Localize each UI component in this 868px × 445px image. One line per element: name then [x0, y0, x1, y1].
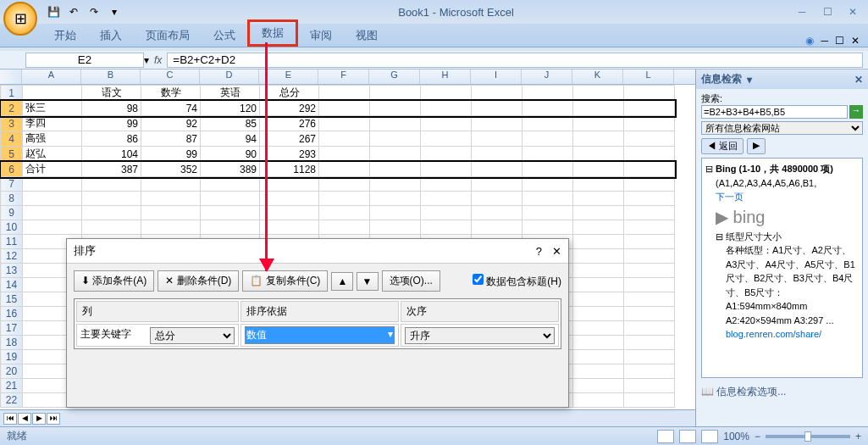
next-sheet-button[interactable]: ▶ [32, 413, 46, 425]
col-header-k[interactable]: K [572, 70, 623, 84]
save-icon[interactable]: 💾 [46, 4, 61, 19]
row-header[interactable]: 2 [1, 101, 23, 116]
maximize-button[interactable]: ☐ [815, 3, 839, 20]
dialog-close-icon[interactable]: ✕ [552, 245, 561, 258]
col-header-i[interactable]: I [471, 70, 522, 84]
cell[interactable]: 293 [260, 147, 319, 162]
row-header[interactable]: 3 [1, 116, 23, 131]
tab-view[interactable]: 视图 [344, 25, 390, 47]
col-header-b[interactable]: B [81, 70, 141, 84]
move-up-button[interactable]: ▲ [331, 272, 353, 291]
cell[interactable]: 87 [141, 131, 201, 147]
sort-column-select[interactable]: 总分 [150, 327, 235, 344]
qat-dropdown-icon[interactable]: ▾ [107, 4, 122, 19]
zoom-slider[interactable] [766, 435, 850, 438]
cell[interactable]: 赵弘 [23, 147, 82, 162]
redo-icon[interactable]: ↷ [86, 4, 102, 19]
first-sheet-button[interactable]: ⏮ [3, 413, 17, 425]
pane-close-icon[interactable]: ✕ [854, 74, 863, 86]
doc-close-icon[interactable]: ✕ [851, 35, 860, 47]
forward-button[interactable]: ▶ [747, 138, 766, 154]
help-icon[interactable]: ◉ [805, 35, 814, 47]
zoom-in-button[interactable]: + [855, 431, 861, 442]
cell[interactable]: 74 [141, 101, 201, 116]
cell[interactable]: 数学 [141, 86, 201, 101]
tab-page-layout[interactable]: 页面布局 [134, 25, 202, 47]
fx-icon[interactable]: fx [154, 54, 162, 66]
doc-minimize-icon[interactable]: ─ [821, 35, 828, 47]
active-cell[interactable]: 292 [260, 101, 319, 116]
col-header-c[interactable]: C [141, 70, 200, 84]
cell[interactable]: 120 [201, 101, 260, 116]
cell[interactable]: 387 [82, 162, 141, 177]
row-header[interactable]: 5 [1, 147, 23, 162]
search-scope-select[interactable]: 所有信息检索网站 [701, 121, 863, 135]
col-header-l[interactable]: L [623, 70, 674, 84]
cell[interactable]: 352 [141, 162, 201, 177]
cell[interactable]: 98 [82, 101, 141, 116]
cell[interactable]: 1128 [260, 162, 319, 177]
col-header-d[interactable]: D [200, 70, 259, 84]
sort-order-select[interactable]: 升序 [405, 327, 555, 344]
undo-icon[interactable]: ↶ [66, 4, 81, 19]
sort-on-select[interactable]: 数值 ▾ [245, 326, 395, 344]
close-button[interactable]: ✕ [841, 3, 865, 20]
cell[interactable]: 语文 [82, 86, 141, 101]
delete-level-button[interactable]: ✕ 删除条件(D) [158, 270, 239, 292]
office-button[interactable]: ⊞ [3, 2, 37, 36]
cell[interactable]: 94 [201, 131, 260, 147]
col-header-g[interactable]: G [369, 70, 420, 84]
pane-dropdown-icon[interactable]: ▾ [747, 74, 752, 86]
formula-input[interactable] [167, 53, 863, 68]
tab-review[interactable]: 审阅 [298, 25, 344, 47]
last-sheet-button[interactable]: ⏭ [47, 413, 60, 425]
view-pagebreak-button[interactable] [701, 430, 718, 443]
view-normal-button[interactable] [657, 430, 674, 443]
research-options-link[interactable]: 信息检索选项... [716, 386, 786, 398]
col-header-j[interactable]: J [522, 70, 572, 84]
add-level-button[interactable]: ⬇ 添加条件(A) [74, 270, 154, 292]
row-header[interactable]: 1 [1, 86, 23, 101]
result-item-link[interactable]: blog.renren.com/share/ [726, 329, 821, 339]
copy-level-button[interactable]: 📋 复制条件(C) [242, 270, 328, 292]
cell[interactable]: 86 [82, 131, 141, 147]
col-header-h[interactable]: H [420, 70, 471, 84]
cell[interactable]: 389 [201, 162, 260, 177]
cell[interactable]: 90 [201, 147, 260, 162]
view-layout-button[interactable] [679, 430, 696, 443]
minimize-button[interactable]: ─ [790, 3, 814, 20]
tab-formulas[interactable]: 公式 [202, 25, 247, 47]
search-input[interactable] [701, 105, 848, 119]
options-button[interactable]: 选项(O)... [382, 270, 440, 292]
cell[interactable]: 267 [260, 131, 319, 147]
cell[interactable]: 李四 [23, 116, 82, 131]
row-header[interactable]: 6 [1, 162, 23, 177]
cell[interactable]: 85 [201, 116, 260, 131]
dropdown-icon[interactable]: ▾ [144, 54, 149, 66]
cell[interactable]: 276 [260, 116, 319, 131]
doc-restore-icon[interactable]: ☐ [835, 35, 844, 47]
cell[interactable]: 104 [82, 147, 141, 162]
cell[interactable]: 92 [141, 116, 201, 131]
col-header-a[interactable]: A [22, 70, 81, 84]
search-go-icon[interactable]: → [849, 105, 863, 119]
cell[interactable]: 总分 [260, 86, 319, 101]
dialog-help-icon[interactable]: ? [536, 245, 542, 258]
row-header[interactable]: 4 [1, 131, 23, 147]
tab-home[interactable]: 开始 [42, 25, 88, 47]
cell[interactable]: 张三 [23, 101, 82, 116]
tab-insert[interactable]: 插入 [88, 25, 134, 47]
name-box[interactable] [25, 53, 144, 68]
move-down-button[interactable]: ▼ [357, 272, 379, 291]
zoom-out-button[interactable]: − [755, 431, 760, 442]
next-page-link[interactable]: 下一页 [716, 192, 744, 202]
tab-data[interactable]: 数据 [247, 19, 298, 47]
col-header-f[interactable]: F [318, 70, 369, 84]
cell[interactable]: 英语 [201, 86, 260, 101]
select-all-corner[interactable] [0, 70, 22, 84]
col-header-e[interactable]: E [259, 70, 318, 84]
prev-sheet-button[interactable]: ◀ [18, 413, 31, 425]
cell[interactable]: 99 [141, 147, 201, 162]
cell[interactable]: 合计 [23, 162, 82, 177]
back-button[interactable]: ◀ 返回 [701, 138, 744, 154]
